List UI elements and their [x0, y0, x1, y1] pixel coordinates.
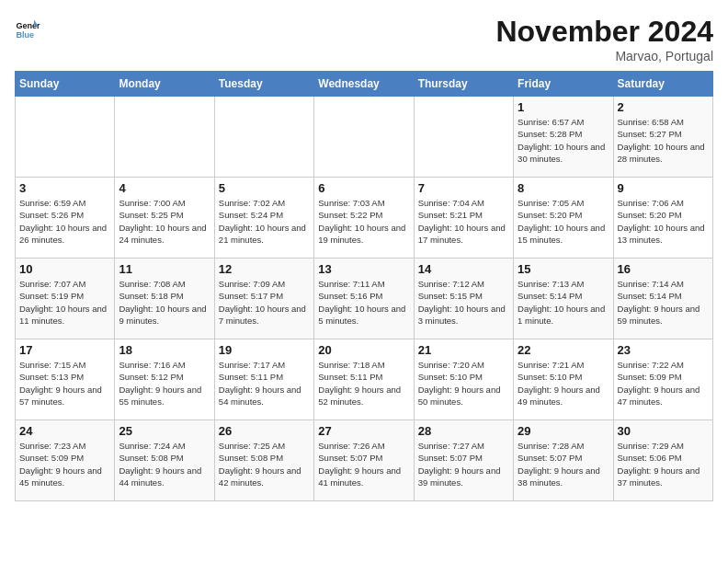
- calendar-cell: 27Sunrise: 7:26 AM Sunset: 5:07 PM Dayli…: [314, 420, 414, 501]
- calendar-week-4: 17Sunrise: 7:15 AM Sunset: 5:13 PM Dayli…: [16, 339, 713, 420]
- calendar-cell: 22Sunrise: 7:21 AM Sunset: 5:10 PM Dayli…: [514, 339, 613, 420]
- calendar-cell: 17Sunrise: 7:15 AM Sunset: 5:13 PM Dayli…: [16, 339, 115, 420]
- calendar-cell: 4Sunrise: 7:00 AM Sunset: 5:25 PM Daylig…: [115, 178, 214, 259]
- day-info: Sunrise: 6:59 AM Sunset: 5:26 PM Dayligh…: [19, 197, 110, 246]
- day-number: 22: [518, 343, 609, 357]
- calendar-cell: 2Sunrise: 6:58 AM Sunset: 5:27 PM Daylig…: [613, 97, 712, 178]
- day-info: Sunrise: 7:12 AM Sunset: 5:15 PM Dayligh…: [418, 278, 509, 327]
- day-info: Sunrise: 7:26 AM Sunset: 5:07 PM Dayligh…: [318, 440, 409, 488]
- day-info: Sunrise: 7:04 AM Sunset: 5:21 PM Dayligh…: [418, 197, 509, 246]
- day-info: Sunrise: 7:08 AM Sunset: 5:18 PM Dayligh…: [119, 278, 210, 327]
- day-number: 5: [219, 181, 310, 195]
- day-info: Sunrise: 7:27 AM Sunset: 5:07 PM Dayligh…: [418, 440, 509, 488]
- day-info: Sunrise: 7:22 AM Sunset: 5:09 PM Dayligh…: [618, 359, 709, 408]
- calendar-cell: [214, 97, 313, 178]
- location: Marvao, Portugal: [495, 49, 713, 63]
- day-number: 12: [219, 262, 310, 276]
- day-info: Sunrise: 7:17 AM Sunset: 5:11 PM Dayligh…: [219, 359, 310, 408]
- calendar-cell: 23Sunrise: 7:22 AM Sunset: 5:09 PM Dayli…: [613, 339, 712, 420]
- calendar-cell: 1Sunrise: 6:57 AM Sunset: 5:28 PM Daylig…: [514, 97, 613, 178]
- day-info: Sunrise: 7:15 AM Sunset: 5:13 PM Dayligh…: [19, 359, 110, 408]
- day-number: 8: [518, 181, 609, 195]
- calendar-table: SundayMondayTuesdayWednesdayThursdayFrid…: [15, 71, 713, 501]
- calendar-cell: 21Sunrise: 7:20 AM Sunset: 5:10 PM Dayli…: [414, 339, 513, 420]
- calendar-cell: 7Sunrise: 7:04 AM Sunset: 5:21 PM Daylig…: [414, 178, 513, 259]
- calendar-cell: 29Sunrise: 7:28 AM Sunset: 5:07 PM Dayli…: [514, 420, 613, 501]
- page-header: General Blue November 2024 Marvao, Portu…: [15, 15, 713, 63]
- logo-icon: General Blue: [15, 15, 40, 40]
- day-number: 11: [119, 262, 210, 276]
- day-info: Sunrise: 6:58 AM Sunset: 5:27 PM Dayligh…: [618, 116, 709, 165]
- day-info: Sunrise: 7:21 AM Sunset: 5:10 PM Dayligh…: [518, 359, 609, 408]
- title-section: November 2024 Marvao, Portugal: [495, 15, 713, 63]
- day-number: 7: [418, 181, 509, 195]
- calendar-header: SundayMondayTuesdayWednesdayThursdayFrid…: [16, 72, 713, 97]
- calendar-cell: 14Sunrise: 7:12 AM Sunset: 5:15 PM Dayli…: [414, 259, 513, 339]
- day-number: 17: [19, 343, 110, 357]
- calendar-cell: 30Sunrise: 7:29 AM Sunset: 5:06 PM Dayli…: [613, 420, 712, 501]
- day-number: 18: [119, 343, 210, 357]
- day-info: Sunrise: 7:14 AM Sunset: 5:14 PM Dayligh…: [618, 278, 709, 327]
- calendar-week-3: 10Sunrise: 7:07 AM Sunset: 5:19 PM Dayli…: [16, 259, 713, 339]
- month-title: November 2024: [495, 15, 713, 49]
- weekday-header-monday: Monday: [115, 72, 214, 97]
- day-info: Sunrise: 7:16 AM Sunset: 5:12 PM Dayligh…: [119, 359, 210, 408]
- calendar-week-1: 1Sunrise: 6:57 AM Sunset: 5:28 PM Daylig…: [16, 97, 713, 178]
- day-number: 15: [518, 262, 609, 276]
- day-number: 26: [219, 424, 310, 438]
- day-number: 14: [418, 262, 509, 276]
- day-number: 16: [618, 262, 709, 276]
- day-number: 29: [518, 424, 609, 438]
- day-number: 2: [618, 100, 709, 114]
- calendar-cell: 16Sunrise: 7:14 AM Sunset: 5:14 PM Dayli…: [613, 259, 712, 339]
- day-number: 27: [318, 424, 409, 438]
- calendar-cell: 18Sunrise: 7:16 AM Sunset: 5:12 PM Dayli…: [115, 339, 214, 420]
- day-info: Sunrise: 7:29 AM Sunset: 5:06 PM Dayligh…: [618, 440, 709, 488]
- calendar-week-2: 3Sunrise: 6:59 AM Sunset: 5:26 PM Daylig…: [16, 178, 713, 259]
- weekday-header-saturday: Saturday: [613, 72, 712, 97]
- day-info: Sunrise: 7:09 AM Sunset: 5:17 PM Dayligh…: [219, 278, 310, 327]
- day-info: Sunrise: 7:23 AM Sunset: 5:09 PM Dayligh…: [19, 440, 110, 488]
- day-number: 3: [19, 181, 110, 195]
- day-info: Sunrise: 7:28 AM Sunset: 5:07 PM Dayligh…: [518, 440, 609, 488]
- day-info: Sunrise: 6:57 AM Sunset: 5:28 PM Dayligh…: [518, 116, 609, 165]
- day-info: Sunrise: 7:20 AM Sunset: 5:10 PM Dayligh…: [418, 359, 509, 408]
- day-info: Sunrise: 7:06 AM Sunset: 5:20 PM Dayligh…: [618, 197, 709, 246]
- day-number: 19: [219, 343, 310, 357]
- calendar-cell: 9Sunrise: 7:06 AM Sunset: 5:20 PM Daylig…: [613, 178, 712, 259]
- day-info: Sunrise: 7:00 AM Sunset: 5:25 PM Dayligh…: [119, 197, 210, 246]
- calendar-cell: 28Sunrise: 7:27 AM Sunset: 5:07 PM Dayli…: [414, 420, 513, 501]
- weekday-header-thursday: Thursday: [414, 72, 513, 97]
- day-number: 30: [618, 424, 709, 438]
- calendar-cell: 6Sunrise: 7:03 AM Sunset: 5:22 PM Daylig…: [314, 178, 414, 259]
- calendar-cell: 15Sunrise: 7:13 AM Sunset: 5:14 PM Dayli…: [514, 259, 613, 339]
- day-number: 21: [418, 343, 509, 357]
- weekday-header-row: SundayMondayTuesdayWednesdayThursdayFrid…: [16, 72, 713, 97]
- day-number: 28: [418, 424, 509, 438]
- day-number: 9: [618, 181, 709, 195]
- weekday-header-friday: Friday: [514, 72, 613, 97]
- logo: General Blue: [15, 15, 40, 40]
- calendar-cell: 5Sunrise: 7:02 AM Sunset: 5:24 PM Daylig…: [214, 178, 313, 259]
- day-info: Sunrise: 7:07 AM Sunset: 5:19 PM Dayligh…: [19, 278, 110, 327]
- day-number: 23: [618, 343, 709, 357]
- calendar-cell: 25Sunrise: 7:24 AM Sunset: 5:08 PM Dayli…: [115, 420, 214, 501]
- weekday-header-tuesday: Tuesday: [214, 72, 313, 97]
- weekday-header-sunday: Sunday: [16, 72, 115, 97]
- day-info: Sunrise: 7:03 AM Sunset: 5:22 PM Dayligh…: [318, 197, 409, 246]
- calendar-cell: [414, 97, 513, 178]
- calendar-cell: 8Sunrise: 7:05 AM Sunset: 5:20 PM Daylig…: [514, 178, 613, 259]
- calendar-cell: [16, 97, 115, 178]
- calendar-cell: 24Sunrise: 7:23 AM Sunset: 5:09 PM Dayli…: [16, 420, 115, 501]
- day-number: 24: [19, 424, 110, 438]
- svg-text:Blue: Blue: [16, 30, 34, 40]
- day-number: 4: [119, 181, 210, 195]
- calendar-cell: [314, 97, 414, 178]
- calendar-cell: 26Sunrise: 7:25 AM Sunset: 5:08 PM Dayli…: [214, 420, 313, 501]
- calendar-cell: 13Sunrise: 7:11 AM Sunset: 5:16 PM Dayli…: [314, 259, 414, 339]
- day-info: Sunrise: 7:13 AM Sunset: 5:14 PM Dayligh…: [518, 278, 609, 327]
- day-number: 13: [318, 262, 409, 276]
- day-number: 20: [318, 343, 409, 357]
- day-number: 1: [518, 100, 609, 114]
- calendar-cell: 20Sunrise: 7:18 AM Sunset: 5:11 PM Dayli…: [314, 339, 414, 420]
